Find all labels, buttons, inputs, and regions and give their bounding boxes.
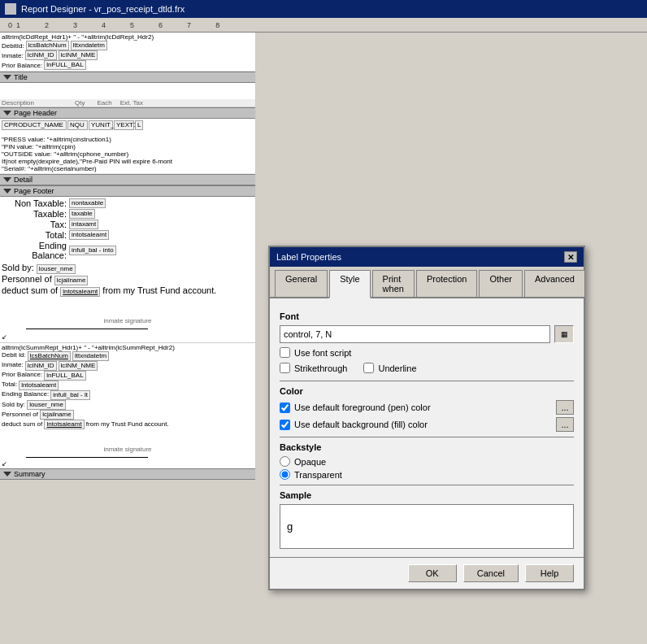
- summary-triangle: [3, 472, 11, 476]
- backstyle-section-label: Backstyle: [280, 442, 574, 452]
- detail-triangle: [3, 177, 11, 182]
- use-font-script-row: Use font script: [280, 347, 574, 358]
- help-button[interactable]: Help: [525, 564, 574, 582]
- ruler: 0 1 2 3 4 5 6 7 8: [0, 18, 647, 33]
- bg-color-row: Use default background (fill) color ...: [280, 417, 574, 432]
- divider-3: [280, 485, 574, 485]
- page-header-band-content: CPRODUCT_NAME NQU YUNIT_ YEXT1. L: [0, 119, 255, 135]
- font-row: ▦: [280, 325, 574, 343]
- font-section-label: Font: [280, 311, 574, 321]
- dialog-title-text: Label Properties: [276, 252, 341, 262]
- tab-advanced[interactable]: Advanced: [524, 270, 585, 297]
- page-header-band-label: Page Header: [0, 107, 255, 119]
- strikethrough-checkbox[interactable]: [280, 363, 290, 373]
- label-properties-dialog: Label Properties ✕ General Style Print w…: [268, 246, 585, 590]
- use-font-script-label: Use font script: [294, 348, 351, 358]
- dialog-titlebar: Label Properties ✕: [270, 247, 584, 267]
- page-header-info: Description Qty Each Ext. Tax: [0, 99, 255, 107]
- title-bar: Report Designer - vr_pos_receipt_dtld.fr…: [0, 0, 647, 18]
- report-canvas: alltrim(lcDdRept_Hdr1)+ " - "+alltrim(lc…: [0, 33, 256, 480]
- detail-band-label: Detail: [0, 174, 255, 185]
- title-text: Report Designer - vr_pos_receipt_dtld.fr…: [21, 4, 642, 14]
- page-footer-content: Non Taxable: nontaxable Taxable: taxable…: [0, 197, 255, 342]
- page-header-triangle: [3, 111, 11, 115]
- tab-style[interactable]: Style: [329, 270, 370, 298]
- title-band-label: Title: [0, 72, 255, 83]
- tab-general[interactable]: General: [275, 270, 328, 297]
- title-triangle: [3, 75, 11, 80]
- sample-box: g: [280, 504, 574, 549]
- font-input[interactable]: [280, 325, 550, 343]
- bg-color-picker-button[interactable]: ...: [556, 417, 574, 432]
- opaque-radio[interactable]: [280, 456, 290, 467]
- opaque-radio-row: Opaque: [280, 456, 574, 467]
- header-band-content: alltrim(lcDdRept_Hdr1)+ " - "+alltrim(lc…: [0, 33, 255, 72]
- opaque-label: Opaque: [294, 457, 326, 467]
- bg-color-label: Use default background (fill) color: [294, 420, 428, 429]
- second-debit-info: alltrim(lcSummRept_Hdr1)+ " - "+alltrim(…: [0, 342, 255, 468]
- fg-color-row: Use default foreground (pen) color ...: [280, 400, 574, 415]
- bg-color-checkbox[interactable]: [280, 420, 290, 430]
- font-picker-button[interactable]: ▦: [554, 325, 574, 343]
- tab-other[interactable]: Other: [479, 270, 523, 297]
- dialog-close-button[interactable]: ✕: [564, 251, 577, 263]
- divider-2: [280, 437, 574, 437]
- underline-row: Underline: [363, 363, 416, 373]
- divider-1: [280, 381, 574, 381]
- underline-checkbox[interactable]: [363, 363, 374, 373]
- sample-section-label: Sample: [280, 490, 574, 500]
- fg-color-picker-button[interactable]: ...: [556, 400, 574, 415]
- strikethrough-underline-row: Strikethrough Underline: [280, 360, 574, 376]
- sample-char: g: [287, 520, 293, 533]
- use-font-script-checkbox[interactable]: [280, 347, 290, 358]
- transparent-label: Transparent: [294, 470, 342, 480]
- tab-bar: General Style Print when Protection Othe…: [270, 267, 584, 298]
- fg-color-label: Use default foreground (pen) color: [294, 402, 431, 412]
- page-footer-triangle: [3, 189, 11, 194]
- transparent-radio-row: Transparent: [280, 469, 574, 480]
- cancel-button[interactable]: Cancel: [463, 564, 519, 582]
- ok-button[interactable]: OK: [408, 564, 457, 582]
- summary-band-label: Summary: [0, 468, 255, 480]
- fg-color-checkbox[interactable]: [280, 402, 290, 413]
- ruler-label: 0: [8, 21, 12, 29]
- dialog-style-content: Font ▦ Use font script Strikethrough Und: [270, 298, 584, 557]
- font-picker-icon: ▦: [561, 330, 568, 338]
- detail-rows: "PRESS value: "+alltrim(cinstruction1) "…: [0, 135, 255, 174]
- page-footer-band-label: Page Footer: [0, 185, 255, 197]
- tab-protection[interactable]: Protection: [416, 270, 478, 297]
- strikethrough-row: Strikethrough: [280, 363, 347, 373]
- title-band-content: [0, 83, 255, 99]
- underline-label: Underline: [378, 363, 416, 373]
- tab-print-when[interactable]: Print when: [372, 270, 415, 297]
- transparent-radio[interactable]: [280, 469, 290, 480]
- strikethrough-label: Strikethrough: [294, 363, 347, 373]
- designer-area: 0 1 2 3 4 5 6 7 8 alltrim(lcDdRept_Hdr1)…: [0, 18, 647, 644]
- dialog-buttons: OK Cancel Help: [270, 557, 584, 589]
- app-icon: [5, 3, 16, 15]
- color-section-label: Color: [280, 386, 574, 396]
